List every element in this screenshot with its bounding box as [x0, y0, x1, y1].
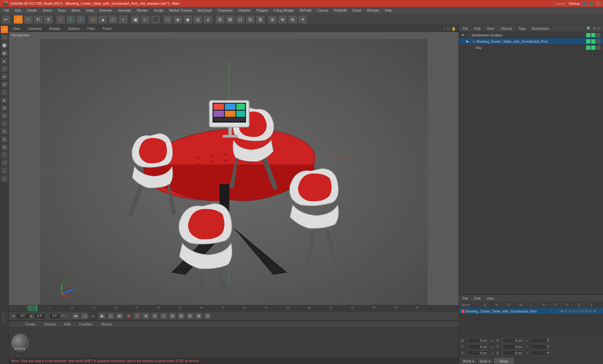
attr-item-bowling[interactable]: Bowling_Center_Table_with_Scoreboard_Red… [459, 308, 603, 314]
flag-s[interactable]: S [586, 33, 590, 37]
play-button[interactable]: ▷ [90, 313, 97, 319]
coord-h-input[interactable] [531, 338, 551, 343]
tool-poly[interactable]: ▲ [1, 57, 8, 65]
menu-create[interactable]: Create [24, 8, 40, 13]
null-btn[interactable]: ⊟ [246, 15, 255, 24]
tab-create[interactable]: Create [23, 322, 37, 327]
tool-16[interactable]: ⊕ [1, 143, 8, 151]
light-btn[interactable]: ⊡ [236, 15, 245, 24]
extra2-btn[interactable]: ☀ [298, 15, 307, 24]
attr-menu-edit[interactable]: Edit [473, 296, 482, 301]
coord-z-pos-input[interactable] [468, 351, 488, 356]
obj-settings-icon[interactable]: ⚙ [593, 26, 596, 31]
tool-8[interactable]: ⊞ [1, 81, 8, 88]
obj-menu-tags[interactable]: Tags [517, 26, 527, 31]
record-button[interactable]: ⏺ [125, 313, 132, 319]
edge-mode-button[interactable]: ⬠ [108, 15, 118, 24]
coord-y-button[interactable]: Y [66, 15, 75, 24]
attr-flag-5[interactable]: ⊗ [572, 309, 576, 313]
snap-btn[interactable]: ⊛ [268, 15, 277, 24]
menu-help[interactable]: Help [382, 8, 394, 13]
extra-ctrl4[interactable]: ⊡ [204, 313, 211, 319]
next-frame-button[interactable]: ▷ [107, 313, 115, 319]
menu-plugins[interactable]: Plugins [254, 8, 270, 13]
timeline-track[interactable]: 0 5 10 15 20 25 30 35 40 45 50 55 [28, 305, 459, 311]
goto-end-button[interactable]: ⏭ [116, 313, 123, 319]
auto-key-button[interactable]: ⊙ [151, 313, 159, 319]
start-frame-input[interactable] [16, 313, 30, 319]
prev-frame-button[interactable]: ◁ [81, 313, 88, 319]
menu-pipeline[interactable]: Pipeline [236, 8, 253, 13]
viewport-menu-view[interactable]: View [11, 26, 21, 31]
tool-7[interactable]: ◈ [1, 73, 8, 80]
menu-animate[interactable]: Animate [97, 8, 115, 13]
coord-y-rot-input[interactable] [503, 344, 523, 349]
goto-start-button[interactable]: ⏮ [72, 313, 79, 319]
key-button[interactable]: ⊕ [142, 313, 150, 319]
menu-simulate[interactable]: Simulate [115, 8, 134, 13]
obj-menu-edit[interactable]: Edit [473, 26, 482, 31]
attr-flag-10[interactable]: ⊠ [593, 309, 596, 313]
tool-lasso[interactable]: ⬤ [1, 41, 8, 49]
viewport3d-button[interactable]: ⬡ [163, 15, 172, 24]
menu-motiontracker[interactable]: Motion Tracker [166, 8, 194, 13]
table-flag-r[interactable] [596, 39, 600, 44]
attr-menu-file[interactable]: File [461, 296, 470, 301]
menu-file[interactable]: File [1, 8, 12, 13]
menu-render[interactable]: Render [134, 8, 151, 13]
sky-flag-v[interactable]: V [591, 46, 595, 50]
play-forward-button[interactable]: ▶ [98, 313, 106, 319]
tool-11[interactable]: ⊗ [1, 104, 8, 112]
tab-function[interactable]: Function [77, 322, 94, 327]
menu-3dtoall[interactable]: 3DToAll [297, 8, 314, 13]
tool-17[interactable]: ⊤ [1, 151, 8, 159]
obj-menu-bookmarks[interactable]: Bookmarks [531, 26, 551, 31]
menu-window[interactable]: Window [364, 8, 382, 13]
attr-flag-6[interactable]: ⊙ [576, 309, 580, 313]
render-region-button[interactable]: ▣ [131, 15, 140, 24]
tool-14[interactable]: ↺ [1, 128, 8, 135]
viewport-menu-panel[interactable]: Panel [101, 26, 113, 31]
tool-12[interactable]: ⊙ [1, 112, 8, 120]
coord-x-rot-input[interactable] [503, 338, 523, 343]
viewport-menu-filter[interactable]: Filter [86, 26, 96, 31]
tool-15[interactable]: ⊛ [1, 136, 8, 143]
tool-6[interactable]: ⬠ [1, 65, 8, 72]
cam-btn[interactable]: ⊠ [225, 15, 235, 24]
paint-btn[interactable]: ◎ [193, 15, 203, 24]
object-item-subdivision[interactable]: ▼ ⬡ Subdivision Surface S V [459, 32, 603, 38]
tool-move[interactable]: ↔ [1, 26, 8, 33]
tool-18[interactable]: ⊣ [1, 159, 8, 167]
point-mode-button[interactable]: • [118, 15, 128, 24]
undo-button[interactable]: ↩ [1, 15, 11, 24]
attr-flag-4[interactable]: ⊕ [568, 309, 572, 313]
tool-13[interactable]: ⌖ [1, 120, 8, 127]
coord-b-input[interactable] [530, 351, 551, 356]
help-button[interactable]: ? [133, 313, 141, 319]
object-item-sky[interactable]: ○ Sky S V [459, 45, 603, 51]
close-button[interactable]: ✕ [596, 1, 600, 6]
obj-menu-file[interactable]: File [461, 26, 470, 31]
tab-corona[interactable]: Corona [42, 322, 57, 327]
deformer-btn[interactable]: ⊞ [256, 15, 265, 24]
fps-input[interactable] [34, 313, 45, 319]
menu-script[interactable]: Script [350, 8, 364, 13]
texture-btn[interactable]: ◉ [183, 15, 193, 24]
viewport-menu-display[interactable]: Display [48, 26, 62, 31]
extra-ctrl3[interactable]: ⊠ [195, 313, 203, 319]
menu-select[interactable]: Select [40, 8, 55, 13]
menu-snap[interactable]: Snap [83, 8, 96, 13]
axis-btn[interactable]: ⊕ [278, 15, 287, 24]
tool-9[interactable]: ╱ [1, 88, 8, 96]
scale-dropdown[interactable]: Scale ▾ [478, 358, 492, 364]
menu-vraybridge[interactable]: V-Ray Bridge [271, 8, 296, 13]
tool-19[interactable]: ⊥ [1, 167, 8, 174]
material-btn[interactable]: ◈ [173, 15, 182, 24]
xref-btn[interactable]: ⊞ [215, 15, 225, 24]
attr-flag-1[interactable]: ✓ [556, 309, 560, 313]
menu-character[interactable]: Character [215, 8, 235, 13]
keyframe-button[interactable]: ⬡ [160, 313, 167, 319]
tab-edit[interactable]: Edit [62, 322, 72, 327]
menu-tools[interactable]: Tools [55, 8, 68, 13]
object-item-bowling-table[interactable]: ▶ ◉ Bowling_Center_Table_with_Scoreboard… [459, 38, 603, 45]
